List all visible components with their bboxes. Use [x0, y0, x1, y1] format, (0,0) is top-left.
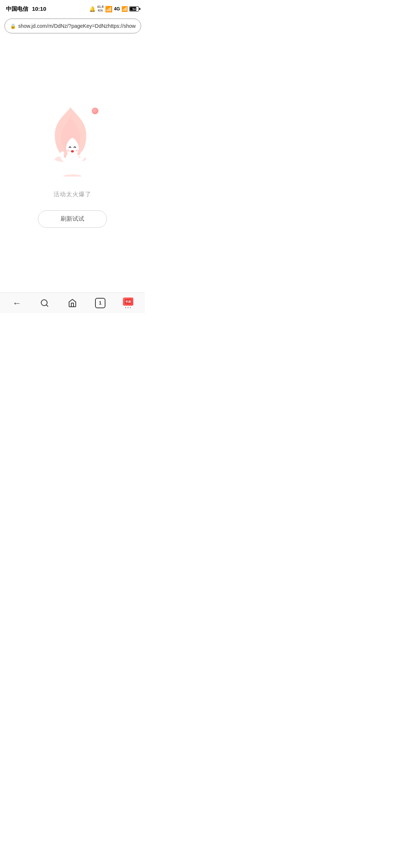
data-speed: 41.8 K/s — [97, 5, 104, 13]
community-icon: 卡农 ●●● — [123, 297, 133, 309]
status-icons: 🔔 41.8 K/s 📶 4G 📶 54 — [89, 5, 139, 13]
svg-point-7 — [63, 174, 81, 177]
status-bar: 中国电信 10:10 🔔 41.8 K/s 📶 4G 📶 54 — [0, 0, 145, 16]
refresh-action-button[interactable]: 刷新试试 — [38, 210, 107, 228]
browser-toolbar: 🔒 show.jd.com/m/DdNz/?pageKey=DdNzhttps:… — [0, 16, 145, 36]
svg-point-2 — [71, 150, 74, 152]
bottom-navigation: ← 1 卡农 ●●● — [0, 292, 145, 313]
address-bar[interactable]: 🔒 show.jd.com/m/DdNz/?pageKey=DdNzhttps:… — [4, 19, 141, 33]
tab-count-label: 1 — [99, 300, 101, 306]
community-button[interactable]: 卡农 ●●● — [119, 295, 137, 311]
wifi-icon: 📶 — [105, 6, 113, 13]
refresh-button[interactable] — [144, 19, 145, 33]
search-button[interactable] — [35, 295, 54, 311]
carrier-label: 中国电信 — [6, 6, 28, 12]
back-button[interactable]: ← — [7, 295, 26, 311]
lock-icon: 🔒 — [10, 23, 16, 29]
carrier-time: 中国电信 10:10 — [6, 6, 46, 13]
svg-point-4 — [75, 150, 78, 152]
community-logo: 卡农 — [123, 297, 133, 306]
error-message: 活动太火爆了 — [53, 191, 91, 198]
home-button[interactable] — [63, 295, 82, 311]
mascot-illustration — [35, 100, 110, 182]
network-type-label: 4G — [114, 6, 120, 11]
tabs-button[interactable]: 1 — [91, 295, 110, 311]
mute-icon: 🔔 — [89, 6, 95, 12]
battery-icon: 54 — [129, 6, 139, 11]
community-dots: ●●● — [125, 306, 131, 309]
character-body — [56, 132, 89, 178]
main-content: 活动太火爆了 刷新试试 — [0, 36, 145, 292]
signal-icon: 📶 — [121, 6, 128, 12]
svg-point-3 — [66, 150, 69, 152]
svg-line-9 — [46, 305, 48, 306]
tab-count-badge: 1 — [95, 298, 105, 308]
back-icon: ← — [12, 298, 21, 308]
battery-level: 54 — [133, 7, 136, 11]
search-icon — [40, 299, 49, 308]
home-icon — [68, 299, 77, 308]
svg-text:卡农: 卡农 — [125, 300, 131, 303]
url-text: show.jd.com/m/DdNz/?pageKey=DdNzhttps://… — [18, 23, 136, 29]
time-label: 10:10 — [32, 6, 46, 12]
